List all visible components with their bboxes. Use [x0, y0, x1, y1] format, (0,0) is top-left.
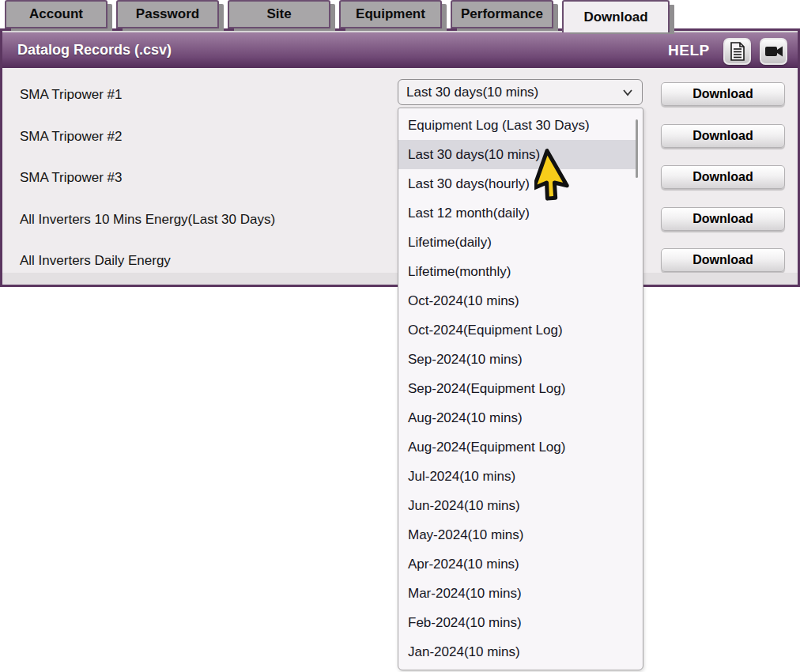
period-select-value: Last 30 days(10 mins) [406, 85, 538, 100]
tab-bar: AccountPasswordSiteEquipmentPerformanceD… [0, 0, 800, 32]
download-button-row1[interactable]: Download [661, 82, 785, 106]
row-label-4: All Inverters 10 Mins Energy(Last 30 Day… [20, 212, 275, 228]
dropdown-option-5[interactable]: Lifetime(daily) [398, 228, 636, 257]
tab-account[interactable]: Account [5, 0, 108, 28]
dropdown-option-17[interactable]: Mar-2024(10 mins) [398, 579, 636, 608]
dropdown-option-8[interactable]: Oct-2024(Equipment Log) [398, 315, 636, 345]
help-video-button[interactable] [760, 38, 787, 65]
dropdown-option-19[interactable]: Jan-2024(10 mins) [398, 637, 636, 666]
dropdown-option-6[interactable]: Lifetime(monthly) [398, 257, 636, 286]
row-label-1: SMA Tripower #1 [20, 87, 122, 103]
dropdown-option-13[interactable]: Jul-2024(10 mins) [398, 462, 636, 491]
panel-header: Datalog Records (.csv) HELP [2, 31, 798, 68]
period-dropdown-popup: Equipment Log (Last 30 Days)Last 30 days… [398, 108, 643, 670]
tab-equipment[interactable]: Equipment [339, 0, 442, 28]
download-button-row5[interactable]: Download [661, 248, 785, 272]
dropdown-option-2[interactable]: Last 30 days(10 mins) [398, 140, 636, 169]
dropdown-option-12[interactable]: Aug-2024(Equipment Log) [398, 432, 636, 462]
dropdown-option-10[interactable]: Sep-2024(Equipment Log) [398, 374, 636, 403]
tab-performance[interactable]: Performance [451, 0, 553, 28]
period-select-row1[interactable]: Last 30 days(10 mins) [398, 79, 643, 105]
dropdown-option-9[interactable]: Sep-2024(10 mins) [398, 345, 636, 374]
download-button-row4[interactable]: Download [661, 207, 785, 231]
tab-site[interactable]: Site [228, 0, 330, 28]
document-icon [730, 42, 745, 61]
tab-download[interactable]: Download [562, 0, 670, 32]
dropdown-option-15[interactable]: May-2024(10 mins) [398, 520, 636, 549]
video-camera-icon [764, 44, 783, 59]
dropdown-option-18[interactable]: Feb-2024(10 mins) [398, 608, 636, 637]
row-label-3: SMA Tripower #3 [20, 170, 122, 186]
dropdown-option-11[interactable]: Aug-2024(10 mins) [398, 403, 636, 432]
dropdown-scrollbar[interactable] [636, 119, 638, 178]
page-title: Datalog Records (.csv) [2, 42, 172, 59]
download-button-row3[interactable]: Download [661, 165, 785, 189]
chevron-down-icon [622, 88, 633, 97]
help-document-button[interactable] [723, 38, 751, 65]
row-label-5: All Inverters Daily Energy [20, 253, 171, 269]
dropdown-option-7[interactable]: Oct-2024(10 mins) [398, 286, 636, 315]
dropdown-option-3[interactable]: Last 30 days(hourly) [398, 169, 636, 198]
help-link[interactable]: HELP [668, 42, 710, 59]
row-label-2: SMA Tripower #2 [20, 129, 122, 145]
dropdown-option-4[interactable]: Last 12 month(daily) [398, 198, 636, 228]
dropdown-option-14[interactable]: Jun-2024(10 mins) [398, 491, 636, 520]
dropdown-option-1[interactable]: Equipment Log (Last 30 Days) [398, 111, 636, 140]
download-button-row2[interactable]: Download [661, 124, 785, 148]
dropdown-option-16[interactable]: Apr-2024(10 mins) [398, 549, 636, 579]
tab-password[interactable]: Password [116, 0, 219, 28]
